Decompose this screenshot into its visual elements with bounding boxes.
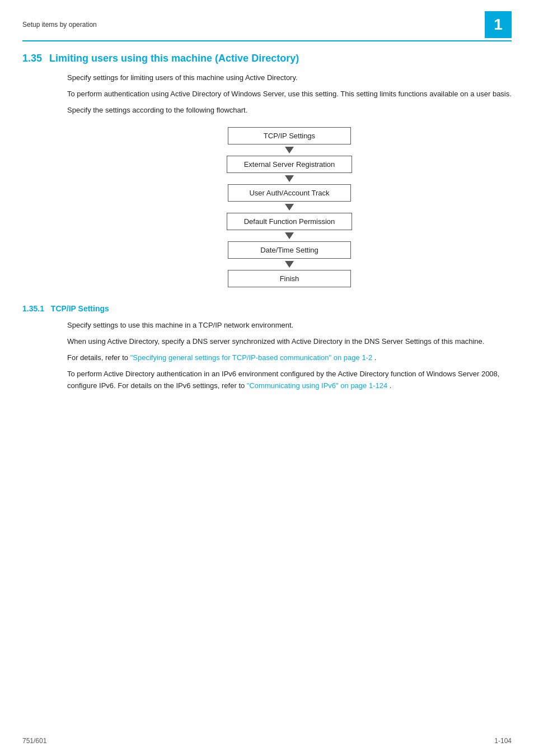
page: Setup items by operation 1 1.35 Limiting… — [0, 0, 534, 756]
flowchart: TCP/IP Settings External Server Registra… — [227, 127, 353, 287]
subsection-para1: Specify settings to use this machine in … — [67, 320, 512, 332]
flowchart-box-1: TCP/IP Settings — [228, 127, 351, 144]
flowchart-arrow-3 — [285, 204, 294, 211]
subsection-para3-suffix: . — [374, 353, 377, 362]
section-content: Specify settings for limiting users of t… — [67, 72, 512, 287]
flowchart-container: TCP/IP Settings External Server Registra… — [67, 127, 512, 287]
flowchart-box-4: Default Function Permission — [227, 213, 353, 230]
subsection-link2[interactable]: "Communicating using IPv6" on page 1-124 — [247, 381, 387, 390]
flowchart-arrow-1 — [285, 147, 294, 153]
flowchart-arrow-2 — [285, 175, 294, 182]
flowchart-box-5: Date/Time Setting — [228, 241, 351, 259]
flowchart-box-2: External Server Registration — [227, 156, 353, 173]
subsection-para4-suffix: . — [390, 381, 392, 390]
section-number: 1.35 — [22, 53, 42, 64]
subsection-number: 1.35.1 — [22, 304, 44, 313]
footer-left: 751/601 — [22, 737, 46, 745]
flowchart-arrow-5 — [285, 261, 294, 268]
flowchart-box-3: User Auth/Account Track — [228, 184, 351, 202]
header-bar: Setup items by operation 1 — [22, 11, 512, 41]
header-text: Setup items by operation — [22, 21, 97, 29]
page-number-box: 1 — [485, 11, 512, 38]
subsection-para3-prefix: For details, refer to — [67, 353, 130, 362]
footer-right: 1-104 — [494, 737, 512, 745]
section-title: 1.35 Limiting users using this machine (… — [22, 53, 512, 64]
section-title-text: Limiting users using this machine (Activ… — [49, 53, 299, 64]
flowchart-box-6: Finish — [228, 270, 351, 287]
subsection-para4: To perform Active Directory authenticati… — [67, 368, 512, 392]
subsection-para3: For details, refer to "Specifying genera… — [67, 352, 512, 364]
subsection-content: Specify settings to use this machine in … — [67, 320, 512, 391]
section-para2: To perform authentication using Active D… — [67, 88, 512, 100]
footer: 751/601 1-104 — [22, 737, 512, 745]
flowchart-arrow-4 — [285, 232, 294, 239]
section-para3: Specify the settings according to the fo… — [67, 105, 512, 116]
subsection-title: 1.35.1 TCP/IP Settings — [22, 304, 512, 313]
subsection-title-text: TCP/IP Settings — [51, 304, 109, 313]
subsection-link1[interactable]: "Specifying general settings for TCP/IP-… — [130, 353, 372, 362]
subsection-para2: When using Active Directory, specify a D… — [67, 336, 512, 348]
section-para1: Specify settings for limiting users of t… — [67, 72, 512, 84]
